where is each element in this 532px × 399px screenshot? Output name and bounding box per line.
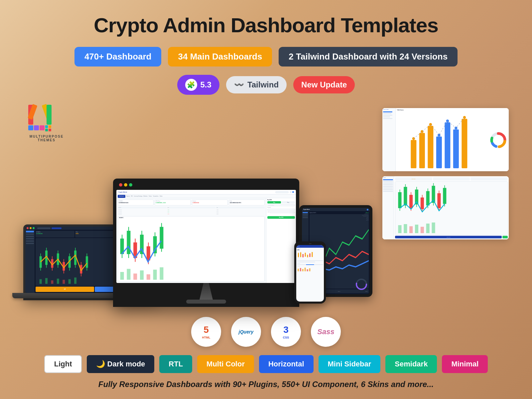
right-screen-bottom: Crypto <box>382 176 509 239</box>
badge-row: 470+ Dashboard 34 Main Dashboards 2 Tail… <box>74 47 458 66</box>
svg-rect-115 <box>421 227 424 233</box>
svg-rect-65 <box>312 252 313 257</box>
svg-rect-114 <box>415 225 418 233</box>
tailwind-icon: 〰️ <box>234 80 244 89</box>
svg-rect-29 <box>40 279 42 284</box>
svg-rect-78 <box>445 122 450 168</box>
logo-line1: MULTIPURPOSE <box>30 135 64 138</box>
pill-light: Light <box>44 355 82 373</box>
tech-pill-laravel: 🧩 5.3 <box>177 75 219 95</box>
svg-rect-53 <box>140 270 144 280</box>
monitor-stand <box>200 283 213 300</box>
svg-rect-9 <box>45 129 48 131</box>
svg-rect-77 <box>436 136 442 168</box>
pill-multi-color: Multi Color <box>197 355 254 373</box>
jquery-icon: jQuery <box>239 329 253 334</box>
svg-rect-61 <box>303 254 304 257</box>
svg-rect-52 <box>133 274 137 280</box>
svg-rect-69 <box>300 268 301 271</box>
feature-pills-row: Light 🌙 Dark mode RTL Multi Color Horizo… <box>20 355 512 373</box>
page-title: Crypto Admin Dashboard Templates <box>94 13 438 37</box>
pill-semidark: Semidark <box>385 355 437 373</box>
svg-rect-8 <box>49 125 51 128</box>
content-area: MULTIPURPOSE THEMES <box>20 108 512 317</box>
puzzle-icon: 🧩 <box>185 79 197 91</box>
tech-jquery: jQuery <box>231 317 261 347</box>
svg-rect-30 <box>45 278 48 284</box>
sass-icon: Sass <box>317 328 334 336</box>
css3-icon: 3 <box>283 325 289 335</box>
svg-rect-35 <box>74 278 76 284</box>
logo-box <box>27 101 66 135</box>
svg-rect-79 <box>453 129 459 168</box>
footer-text: Fully Responsive Dashboards with 90+ Plu… <box>20 380 512 389</box>
svg-rect-68 <box>298 269 299 271</box>
badge-dashboard-count: 470+ Dashboard <box>74 47 162 66</box>
svg-rect-32 <box>57 279 59 284</box>
monitor-top-bar <box>116 182 296 188</box>
tech-icons-row: 5 HTML jQuery 3 CSS Sass <box>20 317 512 347</box>
logo-line2: THEMES <box>38 138 56 142</box>
monitor-base <box>186 300 226 304</box>
monitor-screen: Crypto Admin Dashboard <box>116 190 296 283</box>
badge-tailwind: 2 Tailwind Dashboard with 24 Versions <box>279 47 458 66</box>
tech-css3: 3 CSS <box>271 317 301 347</box>
tech-pill-tailwind: 〰️ Tailwind <box>226 76 287 93</box>
phone-screen: Crypto 20.92 USD 4,705 <box>296 245 324 302</box>
svg-rect-56 <box>160 267 163 280</box>
svg-rect-10 <box>49 129 51 131</box>
svg-rect-70 <box>302 269 304 271</box>
pill-dark-mode: 🌙 Dark mode <box>87 355 154 373</box>
tech-pill-new-update: New Update <box>293 76 355 93</box>
dot-minimize <box>124 183 127 187</box>
svg-rect-6 <box>40 125 45 130</box>
pill-rtl: RTL <box>159 355 192 373</box>
monitor-body: Crypto Admin Dashboard <box>113 179 299 307</box>
tech-html5: 5 HTML <box>191 317 221 347</box>
svg-rect-112 <box>404 224 407 233</box>
pill-mini-sidebar: Mini Sidebar <box>319 355 381 373</box>
desktop-device: Crypto Admin Dashboard <box>113 179 299 307</box>
phone-body: Crypto 20.92 USD 4,705 <box>294 241 326 304</box>
tech-sass: Sass <box>311 317 341 347</box>
svg-rect-5 <box>34 125 39 130</box>
phone-device: Crypto 20.92 USD 4,705 <box>294 241 326 304</box>
right-screens: Crypto Admin Traffic Scores <box>382 108 509 239</box>
pill-horizontal: Horizontal <box>259 355 314 373</box>
svg-rect-73 <box>309 268 311 271</box>
html5-icon: 5 <box>203 325 209 335</box>
svg-rect-76 <box>428 126 433 169</box>
svg-rect-62 <box>305 253 306 257</box>
right-screen-top: Crypto Admin Traffic Scores <box>382 108 509 171</box>
svg-rect-3 <box>47 105 52 125</box>
svg-rect-33 <box>63 280 65 284</box>
svg-rect-116 <box>426 223 430 233</box>
svg-rect-55 <box>153 270 157 280</box>
svg-rect-117 <box>432 222 435 233</box>
svg-rect-4 <box>28 125 33 130</box>
tech-row: 🧩 5.3 〰️ Tailwind New Update <box>177 75 355 95</box>
logo-area: MULTIPURPOSE THEMES <box>27 101 66 142</box>
svg-rect-80 <box>462 119 467 168</box>
bottom-section: 5 HTML jQuery 3 CSS Sass Light 🌙 Dark mo… <box>20 317 512 389</box>
svg-rect-64 <box>310 253 311 257</box>
svg-rect-31 <box>51 280 54 284</box>
badge-main-dashboards: 34 Main Dashboards <box>168 47 272 66</box>
dot-close <box>119 183 122 187</box>
svg-rect-7 <box>45 125 48 128</box>
main-container: Crypto Admin Dashboard Templates 470+ Da… <box>0 0 532 399</box>
dot-maximize <box>129 183 132 187</box>
svg-rect-111 <box>398 225 401 233</box>
svg-rect-71 <box>305 268 306 271</box>
svg-rect-72 <box>307 269 308 271</box>
pill-minimal: Minimal <box>442 355 488 373</box>
svg-rect-113 <box>409 226 413 233</box>
svg-rect-75 <box>419 133 425 168</box>
svg-rect-34 <box>68 279 71 284</box>
svg-rect-74 <box>411 140 416 168</box>
svg-rect-63 <box>307 255 308 257</box>
svg-rect-51 <box>127 269 130 280</box>
svg-rect-54 <box>147 274 150 280</box>
svg-rect-50 <box>120 272 124 280</box>
